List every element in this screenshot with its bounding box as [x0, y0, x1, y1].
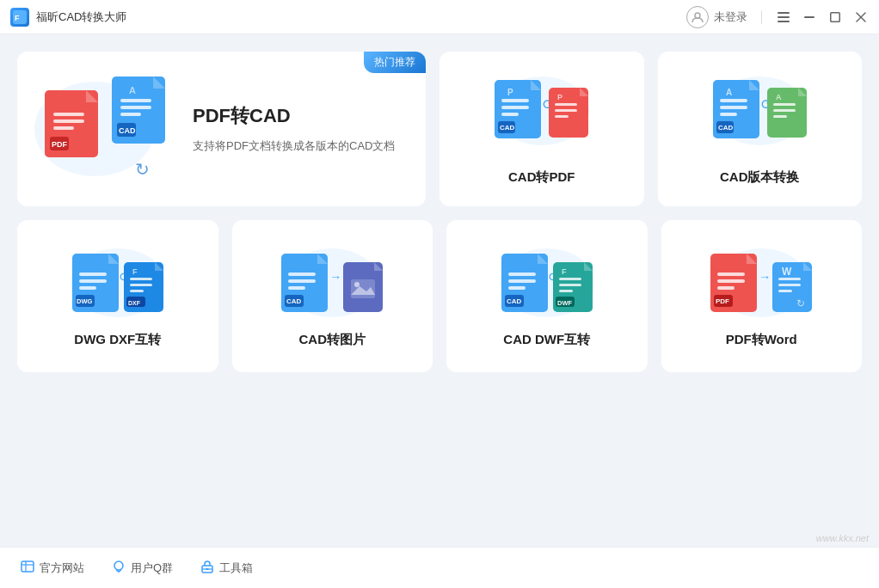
svg-text:↻: ↻: [796, 297, 805, 309]
titlebar-divider: [761, 10, 762, 24]
svg-rect-26: [501, 113, 519, 116]
website-label: 官方网站: [40, 560, 84, 576]
svg-rect-25: [501, 106, 529, 109]
cad-to-pdf-icon: P CAD ⟳ P: [457, 72, 627, 150]
pdf-to-word-title: PDF转Word: [726, 332, 797, 348]
svg-rect-89: [778, 278, 801, 280]
svg-rect-4: [778, 16, 790, 18]
svg-rect-55: [130, 284, 152, 286]
user-avatar-icon: [686, 6, 709, 28]
svg-rect-70: [508, 273, 536, 276]
card-pdf-to-word[interactable]: PDF → W ↻ PDF转Word: [661, 220, 863, 372]
svg-text:PDF: PDF: [716, 297, 729, 305]
featured-text: PDF转CAD 支持将PDF文档转换成各版本的CAD文档: [193, 103, 409, 156]
svg-text:P: P: [557, 93, 562, 101]
svg-rect-18: [120, 106, 151, 109]
svg-rect-49: [79, 279, 107, 283]
svg-text:DXF: DXF: [128, 300, 141, 306]
toolbox-icon: [200, 560, 214, 577]
svg-rect-38: [720, 113, 737, 116]
titlebar-right: 未登录: [686, 6, 869, 28]
svg-point-2: [695, 13, 700, 18]
svg-text:A: A: [726, 88, 732, 97]
featured-title: PDF转CAD: [193, 103, 409, 129]
svg-rect-94: [22, 561, 34, 572]
cad-version-icon: A CAD ⟳ A: [675, 72, 845, 150]
svg-rect-85: [717, 286, 735, 290]
svg-rect-37: [720, 106, 747, 109]
svg-rect-44: [773, 109, 796, 112]
svg-rect-83: [717, 273, 745, 276]
menu-button[interactable]: [776, 9, 791, 25]
svg-rect-63: [288, 286, 305, 290]
cad-dwf-icon: CAD ⟳ F DWF: [464, 244, 630, 322]
qq-icon: [112, 560, 126, 577]
qq-label: 用户Q群: [131, 560, 173, 576]
svg-text:F: F: [562, 267, 567, 276]
svg-rect-7: [831, 12, 840, 21]
svg-text:DWG: DWG: [77, 297, 92, 305]
bottom-item-qq[interactable]: 用户Q群: [112, 560, 173, 577]
svg-rect-24: [501, 99, 529, 102]
watermark: www.kkx.net: [816, 533, 869, 543]
card-pdf-to-cad[interactable]: 热门推荐 PDF: [17, 52, 426, 206]
svg-rect-71: [508, 279, 536, 283]
svg-text:P: P: [507, 88, 513, 97]
svg-rect-61: [288, 273, 316, 276]
svg-rect-33: [555, 115, 569, 118]
svg-rect-84: [717, 279, 745, 283]
titlebar-left: F 福昕CAD转换大师: [10, 8, 126, 27]
cad-to-image-icon: CAD →: [249, 244, 416, 322]
svg-rect-77: [559, 284, 581, 286]
svg-text:W: W: [782, 266, 792, 278]
svg-rect-17: [120, 99, 151, 102]
bottom-item-website[interactable]: 官方网站: [21, 560, 84, 577]
minimize-button[interactable]: [802, 9, 817, 25]
svg-text:PDF: PDF: [52, 140, 68, 149]
svg-rect-90: [778, 284, 801, 286]
svg-rect-13: [53, 126, 74, 130]
app-title: 福昕CAD转换大师: [36, 9, 126, 25]
user-label: 未登录: [714, 9, 747, 25]
svg-rect-78: [559, 290, 573, 292]
svg-text:CAD: CAD: [119, 126, 136, 135]
hot-badge: 热门推荐: [364, 52, 426, 73]
toolbox-label: 工具箱: [219, 560, 253, 576]
maximize-button[interactable]: [827, 9, 843, 25]
svg-rect-91: [778, 290, 792, 292]
featured-desc: 支持将PDF文档转换成各版本的CAD文档: [193, 138, 409, 156]
titlebar: F 福昕CAD转换大师 未登录: [0, 0, 879, 34]
svg-rect-72: [508, 286, 526, 290]
card-cad-dwf[interactable]: CAD ⟳ F DWF CAD DWF互转: [446, 220, 648, 372]
svg-text:CAD: CAD: [500, 124, 515, 132]
card-cad-version[interactable]: A CAD ⟳ A: [658, 52, 863, 206]
user-area[interactable]: 未登录: [686, 6, 747, 28]
card-cad-to-pdf[interactable]: P CAD ⟳ P: [440, 52, 644, 206]
svg-rect-62: [288, 279, 316, 283]
svg-rect-5: [778, 21, 790, 22]
svg-text:F: F: [132, 267, 138, 276]
cad-to-pdf-title: CAD转PDF: [508, 169, 575, 186]
svg-text:CAD: CAD: [286, 297, 302, 305]
svg-rect-19: [120, 113, 141, 116]
top-row: 热门推荐 PDF: [17, 52, 862, 206]
svg-text:CAD: CAD: [718, 124, 734, 132]
svg-rect-36: [720, 99, 747, 102]
cad-version-title: CAD版本转换: [720, 169, 800, 186]
featured-icon: PDF A CAD ↻: [34, 73, 172, 185]
app-icon: F: [10, 8, 29, 27]
svg-rect-50: [79, 286, 96, 290]
card-cad-to-image[interactable]: CAD → CAD转图片: [232, 220, 433, 372]
svg-rect-43: [773, 103, 796, 106]
svg-rect-101: [206, 568, 209, 570]
svg-rect-6: [804, 16, 814, 18]
close-button[interactable]: [853, 9, 869, 25]
svg-text:DWF: DWF: [557, 299, 572, 307]
bottom-item-toolbox[interactable]: 工具箱: [200, 560, 253, 577]
dwg-dxf-icon: DWG ⟳ F DXF: [34, 244, 201, 322]
bottom-bar: 官方网站 用户Q群 工具箱: [0, 547, 879, 588]
card-dwg-dxf[interactable]: DWG ⟳ F DXF DWG DXF互转: [17, 220, 218, 372]
svg-rect-54: [130, 278, 152, 280]
svg-rect-11: [53, 113, 84, 116]
cad-dwf-title: CAD DWF互转: [503, 332, 590, 348]
